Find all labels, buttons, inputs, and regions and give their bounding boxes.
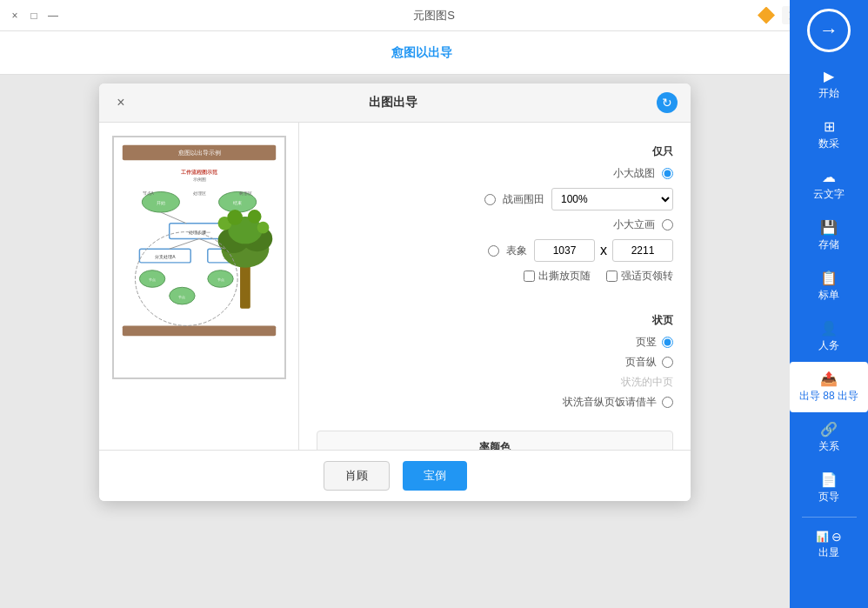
sidebar-label-renwu: 人务 bbox=[818, 338, 839, 353]
svg-text:节点: 节点 bbox=[149, 277, 156, 282]
sidebar-item-renwu[interactable]: 👤 人务 bbox=[790, 311, 868, 362]
sidebar-item-guanxi[interactable]: 🔗 关系 bbox=[790, 412, 868, 463]
toolbar-center: 愈图以出导 bbox=[391, 45, 452, 61]
sidebar-item-chudao[interactable]: 📤 出导 88 出导 bbox=[790, 362, 868, 412]
title-bar-left: × □ — bbox=[9, 10, 59, 22]
radio-page-horizontal[interactable] bbox=[662, 357, 673, 368]
range-option-combine: 状洗音纵页饭请借半 bbox=[317, 395, 673, 410]
preview-panel: 愈图以出导示例 工作流程图示范 示例图 开始 bbox=[99, 123, 299, 497]
main-content: × 出图出导 ↻ 愈 bbox=[0, 75, 790, 608]
sidebar-item-biaodan[interactable]: 📋 标单 bbox=[790, 261, 868, 311]
svg-point-28 bbox=[227, 210, 243, 225]
modal-body: 愈图以出导示例 工作流程图示范 示例图 开始 bbox=[99, 123, 691, 497]
preview-frame: 愈图以出导示例 工作流程图示范 示例图 开始 bbox=[112, 136, 286, 379]
radio-fixed[interactable] bbox=[662, 219, 673, 231]
range-option-horizontal: 页音纵 bbox=[317, 355, 673, 370]
biaodan-icon: 📋 bbox=[820, 270, 838, 286]
sidebar-item-chubiao[interactable]: 📊 ⊖ 出显 bbox=[790, 521, 868, 569]
settings-panel: 仅只 小大战图 战画围田 bbox=[299, 123, 691, 497]
svg-text:树形区: 树形区 bbox=[239, 190, 252, 196]
sidebar-item-shucai[interactable]: ⊞ 数采 bbox=[790, 110, 868, 160]
adapt-check[interactable]: 强适页领转 bbox=[606, 269, 673, 284]
maximize-button[interactable]: □ bbox=[28, 10, 40, 22]
page-auto-label: 状洗的中页 bbox=[621, 375, 673, 390]
section-label-page: 状页 bbox=[317, 313, 673, 328]
svg-text:节点: 节点 bbox=[178, 295, 185, 299]
svg-text:示例图: 示例图 bbox=[192, 177, 205, 182]
renwu-icon: 👤 bbox=[820, 320, 838, 337]
minimize-button[interactable]: — bbox=[47, 10, 59, 22]
modal-header-actions: ↻ bbox=[657, 92, 678, 113]
radio-page-vertical[interactable] bbox=[662, 337, 673, 348]
width-input[interactable] bbox=[534, 239, 595, 262]
sidebar-top-arrow-btn[interactable]: → bbox=[807, 9, 851, 52]
range-option-auto: 状洗的中页 bbox=[317, 375, 673, 390]
modal-footer: 肖顾 宝倒 bbox=[99, 450, 691, 501]
sidebar-divider bbox=[802, 517, 857, 518]
modal-overlay: × 出图出导 ↻ 愈 bbox=[0, 75, 790, 608]
size-select[interactable]: 100% 75% 50% 200% bbox=[551, 188, 673, 210]
sidebar-item-cunchu[interactable]: 💾 存储 bbox=[790, 210, 868, 261]
adapt-checkbox[interactable] bbox=[606, 271, 618, 282]
format-label: 表象 bbox=[506, 244, 527, 258]
main-toolbar: 愈图以出导 出导 bbox=[0, 31, 868, 75]
app-title: 元图图S bbox=[413, 8, 455, 23]
svg-text:愈图以出导示例: 愈图以出导示例 bbox=[177, 150, 220, 157]
radio-custom[interactable] bbox=[484, 194, 496, 205]
svg-text:处理区: 处理区 bbox=[192, 190, 205, 196]
svg-text:开始: 开始 bbox=[156, 201, 164, 205]
sidebar-label-chudao: 出导 88 出导 bbox=[799, 389, 858, 404]
sidebar-label-shucai: 数采 bbox=[818, 137, 839, 151]
page-vertical-label: 页竖 bbox=[636, 335, 657, 350]
radio-image-size-input[interactable] bbox=[662, 168, 673, 179]
yunwenzi-icon: ☁ bbox=[822, 169, 836, 185]
sidebar-item-yunwenzi[interactable]: ☁ 云文字 bbox=[790, 160, 868, 210]
page-horizontal-label: 页音纵 bbox=[625, 355, 657, 370]
range-options: 页竖 页音纵 状洗的中页 状洗音纵页饭请借半 bbox=[317, 335, 673, 410]
radio-format[interactable] bbox=[488, 245, 499, 257]
confirm-button[interactable]: 宝倒 bbox=[403, 461, 467, 491]
svg-line-30 bbox=[160, 212, 185, 224]
chudao-icon: 📤 bbox=[820, 371, 838, 387]
svg-line-31 bbox=[169, 238, 198, 249]
sidebar-label-yedao: 页导 bbox=[818, 490, 839, 504]
svg-text:分支处理A: 分支处理A bbox=[155, 254, 176, 259]
radio-fixed-input[interactable] bbox=[662, 219, 673, 231]
shucai-icon: ⊞ bbox=[824, 118, 835, 135]
export-dialog: × 出图出导 ↻ 愈 bbox=[99, 84, 691, 501]
fit-page-checkbox[interactable] bbox=[524, 271, 535, 282]
export-diagram-btn[interactable]: 愈图以出导 bbox=[391, 45, 452, 61]
svg-rect-2 bbox=[122, 325, 275, 336]
modal-header: × 出图出导 ↻ bbox=[99, 84, 691, 123]
form-row-image-size: 小大战图 bbox=[317, 166, 673, 181]
form-row-format: 表象 x bbox=[317, 239, 673, 262]
sidebar-item-yedao[interactable]: 📄 页导 bbox=[790, 463, 868, 513]
range-option-vertical: 页竖 bbox=[317, 335, 673, 350]
svg-text:节点: 节点 bbox=[217, 277, 224, 282]
cancel-button[interactable]: 肖顾 bbox=[324, 461, 390, 491]
modal-refresh-button[interactable]: ↻ bbox=[657, 92, 678, 113]
svg-text:节点A: 节点A bbox=[142, 190, 154, 196]
guanxi-icon: 🔗 bbox=[820, 421, 838, 438]
form-row-select: 战画围田 100% 75% 50% 200% bbox=[317, 188, 673, 210]
svg-text:结束: 结束 bbox=[233, 200, 242, 205]
svg-text:工作流程图示范: 工作流程图示范 bbox=[181, 169, 218, 175]
kaishi-icon: ▶ bbox=[824, 68, 834, 84]
sidebar-label-yunwenzi: 云文字 bbox=[813, 187, 845, 202]
sidebar-item-kaishi[interactable]: ▶ 开始 bbox=[790, 59, 868, 110]
close-button[interactable]: × bbox=[9, 10, 21, 22]
radio-format-input[interactable] bbox=[488, 245, 499, 257]
radio-page-combine[interactable] bbox=[662, 397, 673, 408]
radio-custom-input[interactable] bbox=[484, 194, 496, 205]
preview-diagram: 愈图以出导示例 工作流程图示范 示例图 开始 bbox=[114, 137, 284, 377]
dimension-x-label: x bbox=[600, 243, 607, 258]
page-combine-label: 状洗音纵页饭请借半 bbox=[563, 395, 657, 410]
adapt-label: 强适页领转 bbox=[621, 269, 673, 284]
height-input[interactable] bbox=[612, 239, 673, 262]
arrow-right-icon: → bbox=[819, 19, 838, 42]
svg-point-29 bbox=[247, 210, 261, 224]
title-bar: × □ — 元图图S 文档名称 📄 bbox=[0, 0, 868, 31]
fit-page-check[interactable]: 出撕放页随 bbox=[524, 269, 591, 284]
radio-image-size[interactable] bbox=[662, 168, 673, 179]
modal-close-button[interactable]: × bbox=[112, 94, 130, 111]
